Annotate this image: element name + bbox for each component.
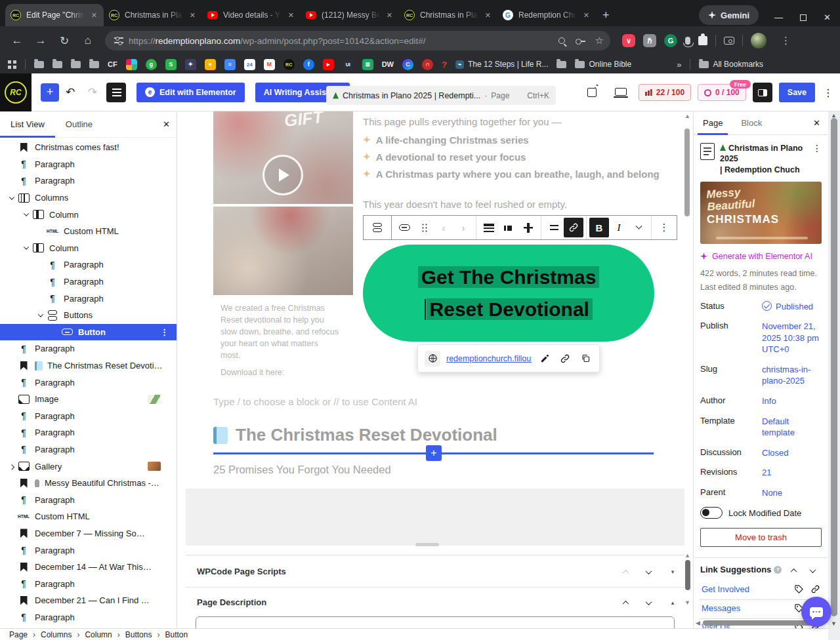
- copy-icon[interactable]: [578, 351, 593, 366]
- hbar-extension-icon[interactable]: ℏ: [643, 34, 656, 47]
- pocket-extension-icon[interactable]: ∨: [622, 34, 635, 47]
- wpcode-metabox-header[interactable]: WPCode Page Scripts: [197, 567, 286, 576]
- mic-extension-icon[interactable]: [685, 37, 690, 45]
- block-inserter-button[interactable]: +: [41, 83, 59, 102]
- bookmark-dw[interactable]: DW: [382, 60, 394, 68]
- minimize-button[interactable]: —: [774, 12, 783, 22]
- chat-widget-button[interactable]: [801, 597, 831, 627]
- block-tree-row[interactable]: Paragraph ⋮: [0, 542, 177, 559]
- document-title-bar[interactable]: Christmas in Plano 2025 | Redempti... · …: [326, 86, 556, 105]
- block-tree-row[interactable]: Paragraph ⋮: [0, 424, 177, 441]
- bookmarks-overflow-chevron[interactable]: »: [677, 60, 681, 70]
- suggestion-link[interactable]: Get Involved: [702, 584, 749, 594]
- redo-button[interactable]: ↷: [81, 81, 104, 104]
- tag-icon[interactable]: [794, 584, 804, 594]
- button-block-icon[interactable]: [394, 218, 414, 237]
- browser-tab[interactable]: Video details - Y ✕: [202, 4, 301, 26]
- bookmark-folder-icon[interactable]: [34, 61, 44, 68]
- expand-chevron-icon[interactable]: [7, 511, 17, 522]
- expand-chevron-icon[interactable]: [7, 394, 17, 405]
- zoom-icon[interactable]: [558, 37, 565, 44]
- expand-chevron-icon[interactable]: [7, 494, 17, 505]
- undo-button[interactable]: ↶: [59, 81, 81, 104]
- expand-chevron-icon[interactable]: [7, 193, 17, 203]
- edit-with-elementor-button[interactable]: eEdit with Elementor: [136, 83, 245, 102]
- bullet-line[interactable]: ✦ A Christmas party where you can breath…: [363, 165, 660, 182]
- browser-tab[interactable]: Edit Page "Chris ✕: [5, 4, 104, 26]
- block-tree-row[interactable]: Paragraph ⋮: [0, 340, 177, 357]
- bookmark-folder-icon[interactable]: [556, 61, 566, 68]
- page-summary-title[interactable]: Christmas in Plano 2025| Redemption Chuc…: [720, 143, 807, 175]
- unlink-icon[interactable]: [558, 351, 572, 366]
- metabox-scroll-down-icon[interactable]: ▼: [684, 599, 690, 606]
- metabox-scroll-up-icon[interactable]: ▲: [684, 552, 690, 559]
- expand-chevron-icon[interactable]: [7, 562, 17, 572]
- bookmark-12-steps[interactable]: ⌁The 12 Steps | Life R...: [455, 60, 549, 69]
- extensions-puzzle-icon[interactable]: [698, 36, 707, 45]
- photo-thumbnail[interactable]: [213, 207, 353, 295]
- collapse-triangle-icon[interactable]: ▾: [666, 565, 679, 578]
- expand-chevron-icon[interactable]: [7, 142, 17, 153]
- reload-button[interactable]: ↻: [54, 30, 75, 51]
- expand-chevron-icon[interactable]: [35, 310, 46, 321]
- preview-icon[interactable]: [610, 81, 632, 104]
- move-down-icon[interactable]: [642, 596, 655, 609]
- home-button[interactable]: ⌂: [77, 30, 98, 51]
- block-tree-row[interactable]: Custom HTML ⋮: [0, 508, 177, 525]
- settings-panel-toggle[interactable]: [753, 83, 772, 102]
- block-tree-row[interactable]: Paragraph ⋮: [0, 575, 177, 592]
- site-settings-icon[interactable]: [114, 37, 123, 44]
- browser-tab[interactable]: Christmas in Pla ✕: [104, 4, 202, 26]
- expand-chevron-icon[interactable]: [35, 277, 46, 287]
- green-s-icon[interactable]: S: [165, 59, 177, 70]
- italic-button[interactable]: I: [609, 218, 629, 237]
- block-tree-row[interactable]: The Christmas Reset Devotional ⋮: [0, 357, 177, 374]
- grammarly-extension-icon[interactable]: G: [664, 34, 677, 47]
- bullet-line[interactable]: ✦ A life-changing Christmas series: [363, 131, 660, 148]
- youtube-icon[interactable]: ▸: [323, 59, 334, 70]
- expand-chevron-icon[interactable]: [35, 293, 46, 304]
- question-icon[interactable]: ?: [442, 60, 447, 70]
- tab-list-view[interactable]: List View: [0, 111, 55, 138]
- block-tree-row[interactable]: Messy Beautiful Christmas - Teaching... …: [0, 475, 177, 492]
- bookmark-star-icon[interactable]: ☆: [595, 35, 604, 47]
- gloo-icon[interactable]: g: [146, 59, 157, 70]
- tab-search-icon[interactable]: [724, 37, 734, 45]
- expand-chevron-icon[interactable]: [7, 361, 17, 371]
- ui-icon[interactable]: UI: [343, 59, 354, 70]
- breadcrumb-item[interactable]: Buttons: [125, 630, 152, 639]
- tab-close-icon[interactable]: ✕: [90, 10, 98, 21]
- expand-chevron-icon[interactable]: [35, 226, 46, 237]
- save-button[interactable]: Save: [779, 83, 815, 102]
- tab-close-icon[interactable]: ✕: [582, 10, 591, 21]
- block-tree-row[interactable]: December 7 — Missing Something or So... …: [0, 525, 177, 542]
- keep-icon[interactable]: ●: [205, 59, 216, 70]
- tab-outline[interactable]: Outline: [55, 111, 103, 138]
- page-description-metabox-header[interactable]: Page Description: [197, 597, 266, 607]
- block-tree-row[interactable]: December 21 — Can I Find Hope in This ..…: [0, 592, 177, 609]
- expand-chevron-icon[interactable]: [7, 444, 17, 454]
- tab-close-icon[interactable]: ✕: [385, 10, 394, 21]
- suggestions-up-icon[interactable]: [791, 569, 797, 575]
- cta-button-block[interactable]: Get The Christmas Reset Devotional: [363, 245, 654, 342]
- setting-value[interactable]: Closed: [762, 447, 822, 459]
- tab-block[interactable]: Block: [732, 111, 771, 135]
- align-icon[interactable]: [479, 218, 499, 237]
- move-left-icon[interactable]: ‹: [434, 218, 453, 237]
- move-up-icon[interactable]: [619, 596, 632, 609]
- canva-icon[interactable]: C: [402, 59, 413, 70]
- content-ai-score-badge[interactable]: 0 / 100Free: [698, 84, 746, 101]
- setting-value[interactable]: Published: [762, 301, 822, 313]
- justify-icon[interactable]: [499, 218, 518, 237]
- expand-chevron-icon[interactable]: [7, 428, 17, 438]
- expand-chevron-icon[interactable]: [7, 377, 17, 388]
- move-up-icon[interactable]: [619, 565, 632, 578]
- address-bar[interactable]: https://redemptionplano.com/wp-admin/pos…: [105, 31, 610, 50]
- expand-chevron-icon[interactable]: [7, 595, 17, 606]
- maximize-button[interactable]: [800, 14, 807, 21]
- block-tree-row[interactable]: December 14 — At War This Christmas? ...…: [0, 559, 177, 576]
- expand-chevron-icon[interactable]: [7, 612, 17, 622]
- lock-modified-date-toggle[interactable]: Lock Modified Date: [700, 507, 822, 519]
- tab-page[interactable]: Page: [694, 111, 732, 135]
- sidebar-close-icon[interactable]: ✕: [813, 118, 820, 128]
